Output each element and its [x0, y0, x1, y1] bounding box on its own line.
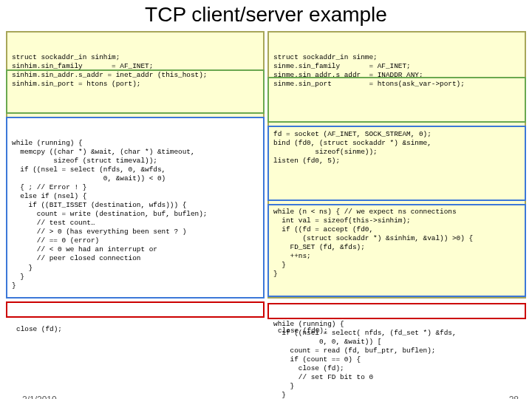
client-loop-box: while (running) { memcpy ((char *) &wait…	[6, 117, 265, 299]
server-bind-highlight	[267, 77, 526, 123]
server-close-code: close (fd0);	[273, 325, 520, 337]
client-loop-code: while (running) { memcpy ((char *) &wait…	[12, 139, 259, 290]
client-close-code: close (fd);	[12, 324, 259, 335]
server-close-box: close (fd0);	[267, 303, 526, 319]
code-columns: struct sockaddr_in sinhim; sinhim.sin_fa…	[0, 31, 532, 355]
footer-page: 28	[509, 395, 519, 399]
server-column: struct sockaddr_in sinme; sinme.sin_fami…	[267, 31, 526, 355]
client-column: struct sockaddr_in sinhim; sinhim.sin_fa…	[6, 31, 265, 355]
client-connect-highlight	[6, 69, 265, 114]
footer-date: 2/1/2010	[22, 395, 57, 399]
server-accept-highlight	[267, 126, 526, 201]
slide-title: TCP client/server example	[0, 3, 532, 27]
client-close-box: close (fd);	[6, 301, 265, 318]
server-loop-highlight	[267, 204, 526, 297]
